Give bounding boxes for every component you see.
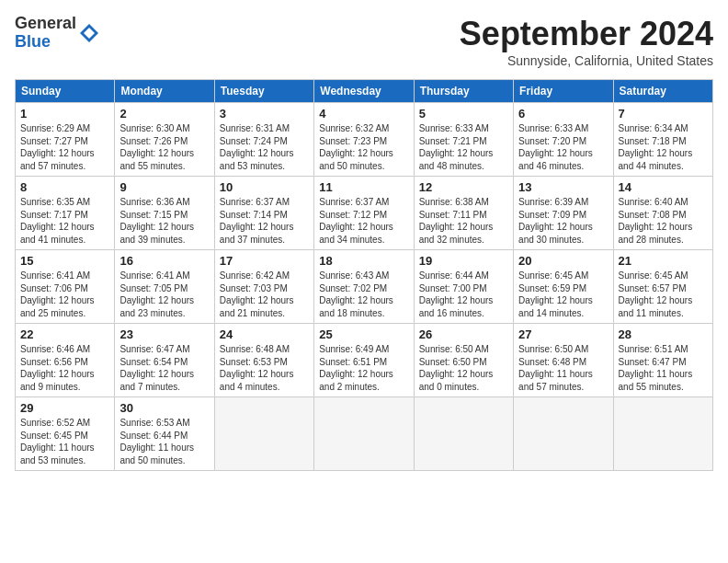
- day-info: Sunrise: 6:39 AM Sunset: 7:09 PM Dayligh…: [518, 196, 608, 246]
- day-number: 22: [20, 327, 109, 341]
- day-info: Sunrise: 6:45 AM Sunset: 6:57 PM Dayligh…: [619, 270, 708, 319]
- calendar-week-row: 15Sunrise: 6:41 AM Sunset: 7:06 PM Dayli…: [16, 250, 713, 324]
- calendar-table: Sunday Monday Tuesday Wednesday Thursday…: [15, 79, 713, 471]
- header-thursday: Thursday: [414, 80, 513, 103]
- table-row: [613, 397, 712, 471]
- table-row: 17Sunrise: 6:42 AM Sunset: 7:03 PM Dayli…: [214, 250, 313, 324]
- day-number: 14: [619, 180, 708, 194]
- table-row: 19Sunrise: 6:44 AM Sunset: 7:00 PM Dayli…: [414, 250, 513, 324]
- day-info: Sunrise: 6:40 AM Sunset: 7:08 PM Dayligh…: [619, 196, 708, 246]
- header-sunday: Sunday: [16, 80, 115, 103]
- day-number: 1: [20, 107, 109, 121]
- table-row: 21Sunrise: 6:45 AM Sunset: 6:57 PM Dayli…: [613, 250, 712, 324]
- table-row: 30Sunrise: 6:53 AM Sunset: 6:44 PM Dayli…: [115, 397, 214, 471]
- day-info: Sunrise: 6:53 AM Sunset: 6:44 PM Dayligh…: [119, 417, 209, 466]
- location: Sunnyside, California, United States: [460, 53, 713, 68]
- table-row: 12Sunrise: 6:38 AM Sunset: 7:11 PM Dayli…: [414, 177, 513, 250]
- day-info: Sunrise: 6:49 AM Sunset: 6:51 PM Dayligh…: [319, 343, 408, 393]
- day-number: 18: [319, 254, 408, 268]
- day-info: Sunrise: 6:41 AM Sunset: 7:06 PM Dayligh…: [20, 270, 109, 319]
- calendar-header-row: Sunday Monday Tuesday Wednesday Thursday…: [16, 80, 713, 103]
- calendar-week-row: 8Sunrise: 6:35 AM Sunset: 7:17 PM Daylig…: [16, 177, 713, 250]
- table-row: 16Sunrise: 6:41 AM Sunset: 7:05 PM Dayli…: [115, 250, 214, 324]
- table-row: 5Sunrise: 6:33 AM Sunset: 7:21 PM Daylig…: [414, 103, 513, 177]
- header-wednesday: Wednesday: [314, 80, 414, 103]
- page-header: General Blue September 2024 Sunnyside, C…: [15, 15, 713, 68]
- table-row: 6Sunrise: 6:33 AM Sunset: 7:20 PM Daylig…: [514, 103, 613, 177]
- table-row: 13Sunrise: 6:39 AM Sunset: 7:09 PM Dayli…: [514, 177, 613, 250]
- day-info: Sunrise: 6:50 AM Sunset: 6:48 PM Dayligh…: [518, 343, 608, 393]
- day-number: 8: [20, 180, 109, 194]
- day-info: Sunrise: 6:46 AM Sunset: 6:56 PM Dayligh…: [20, 343, 109, 393]
- table-row: 1Sunrise: 6:29 AM Sunset: 7:27 PM Daylig…: [16, 103, 115, 177]
- day-number: 25: [319, 327, 408, 341]
- day-info: Sunrise: 6:44 AM Sunset: 7:00 PM Dayligh…: [419, 270, 508, 319]
- day-info: Sunrise: 6:48 AM Sunset: 6:53 PM Dayligh…: [220, 343, 309, 393]
- table-row: [214, 397, 313, 471]
- table-row: 18Sunrise: 6:43 AM Sunset: 7:02 PM Dayli…: [314, 250, 414, 324]
- day-number: 13: [518, 180, 608, 194]
- day-info: Sunrise: 6:51 AM Sunset: 6:47 PM Dayligh…: [619, 343, 708, 393]
- header-friday: Friday: [514, 80, 613, 103]
- day-number: 26: [419, 327, 508, 341]
- day-number: 28: [619, 327, 708, 341]
- table-row: 25Sunrise: 6:49 AM Sunset: 6:51 PM Dayli…: [314, 324, 414, 397]
- table-row: 9Sunrise: 6:36 AM Sunset: 7:15 PM Daylig…: [115, 177, 214, 250]
- day-number: 5: [419, 107, 508, 121]
- logo-icon: [78, 22, 100, 44]
- day-info: Sunrise: 6:45 AM Sunset: 6:59 PM Dayligh…: [518, 270, 608, 319]
- day-info: Sunrise: 6:50 AM Sunset: 6:50 PM Dayligh…: [419, 343, 508, 393]
- day-info: Sunrise: 6:52 AM Sunset: 6:45 PM Dayligh…: [20, 417, 109, 466]
- day-number: 9: [119, 180, 209, 194]
- day-info: Sunrise: 6:37 AM Sunset: 7:14 PM Dayligh…: [220, 196, 309, 246]
- day-number: 7: [619, 107, 708, 121]
- day-number: 17: [220, 254, 309, 268]
- day-number: 15: [20, 254, 109, 268]
- day-info: Sunrise: 6:34 AM Sunset: 7:18 PM Dayligh…: [619, 122, 708, 172]
- month-title: September 2024: [460, 15, 713, 53]
- title-block: September 2024 Sunnyside, California, Un…: [460, 15, 713, 68]
- header-saturday: Saturday: [613, 80, 712, 103]
- day-number: 4: [319, 107, 408, 121]
- table-row: 3Sunrise: 6:31 AM Sunset: 7:24 PM Daylig…: [214, 103, 313, 177]
- day-number: 11: [319, 180, 408, 194]
- day-info: Sunrise: 6:47 AM Sunset: 6:54 PM Dayligh…: [119, 343, 209, 393]
- logo-blue: Blue: [15, 32, 51, 51]
- day-number: 27: [518, 327, 608, 341]
- calendar-week-row: 1Sunrise: 6:29 AM Sunset: 7:27 PM Daylig…: [16, 103, 713, 177]
- day-info: Sunrise: 6:35 AM Sunset: 7:17 PM Dayligh…: [20, 196, 109, 246]
- day-number: 10: [220, 180, 309, 194]
- table-row: 22Sunrise: 6:46 AM Sunset: 6:56 PM Dayli…: [16, 324, 115, 397]
- day-number: 20: [518, 254, 608, 268]
- table-row: 11Sunrise: 6:37 AM Sunset: 7:12 PM Dayli…: [314, 177, 414, 250]
- logo: General Blue: [15, 15, 100, 52]
- day-info: Sunrise: 6:38 AM Sunset: 7:11 PM Dayligh…: [419, 196, 508, 246]
- table-row: 2Sunrise: 6:30 AM Sunset: 7:26 PM Daylig…: [115, 103, 214, 177]
- table-row: 7Sunrise: 6:34 AM Sunset: 7:18 PM Daylig…: [613, 103, 712, 177]
- header-monday: Monday: [115, 80, 214, 103]
- day-info: Sunrise: 6:41 AM Sunset: 7:05 PM Dayligh…: [119, 270, 209, 319]
- table-row: [314, 397, 414, 471]
- day-number: 23: [119, 327, 209, 341]
- day-info: Sunrise: 6:36 AM Sunset: 7:15 PM Dayligh…: [119, 196, 209, 246]
- day-info: Sunrise: 6:32 AM Sunset: 7:23 PM Dayligh…: [319, 122, 408, 172]
- day-number: 2: [119, 107, 209, 121]
- day-info: Sunrise: 6:31 AM Sunset: 7:24 PM Dayligh…: [220, 122, 309, 172]
- table-row: [414, 397, 513, 471]
- header-tuesday: Tuesday: [214, 80, 313, 103]
- table-row: 20Sunrise: 6:45 AM Sunset: 6:59 PM Dayli…: [514, 250, 613, 324]
- table-row: 15Sunrise: 6:41 AM Sunset: 7:06 PM Dayli…: [16, 250, 115, 324]
- logo-text: General Blue: [15, 15, 76, 52]
- day-number: 29: [20, 401, 109, 415]
- day-info: Sunrise: 6:29 AM Sunset: 7:27 PM Dayligh…: [20, 122, 109, 172]
- table-row: 24Sunrise: 6:48 AM Sunset: 6:53 PM Dayli…: [214, 324, 313, 397]
- table-row: 10Sunrise: 6:37 AM Sunset: 7:14 PM Dayli…: [214, 177, 313, 250]
- day-number: 21: [619, 254, 708, 268]
- table-row: 4Sunrise: 6:32 AM Sunset: 7:23 PM Daylig…: [314, 103, 414, 177]
- day-info: Sunrise: 6:37 AM Sunset: 7:12 PM Dayligh…: [319, 196, 408, 246]
- day-number: 19: [419, 254, 508, 268]
- calendar-week-row: 29Sunrise: 6:52 AM Sunset: 6:45 PM Dayli…: [16, 397, 713, 471]
- day-info: Sunrise: 6:42 AM Sunset: 7:03 PM Dayligh…: [220, 270, 309, 319]
- day-number: 30: [119, 401, 209, 415]
- logo-general: General: [15, 14, 76, 32]
